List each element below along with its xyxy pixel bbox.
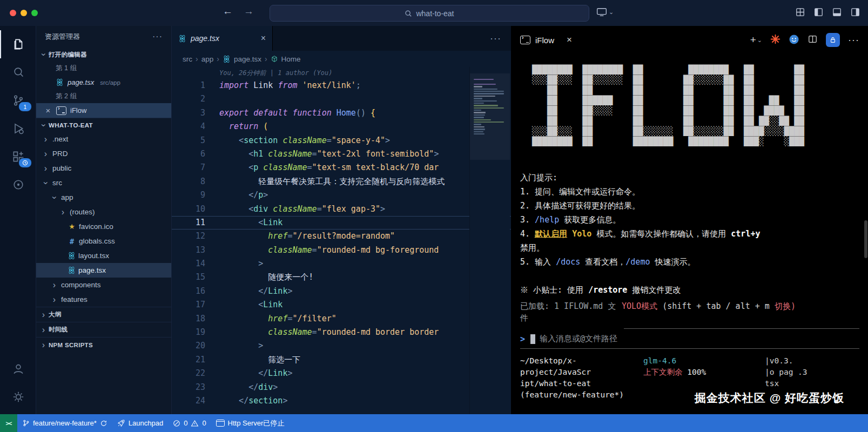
warnings-icon	[191, 420, 199, 427]
toggle-secondary-sidebar-icon[interactable]	[850, 7, 860, 17]
tip-line: 禁用。	[520, 241, 863, 255]
emoji-face-icon[interactable]	[789, 34, 799, 46]
code-lines: 1import Link from 'next/link';23export d…	[172, 79, 511, 408]
git-branch-item[interactable]: feature/new-feature*	[17, 414, 112, 432]
breadcrumb-home[interactable]: Home	[281, 55, 301, 63]
model-name: glm-4.6	[643, 355, 765, 367]
minimap[interactable]	[469, 67, 510, 414]
context-value: 100%	[687, 368, 706, 376]
toggle-panel-icon[interactable]	[832, 7, 842, 17]
tree-item-public[interactable]: ›public	[36, 161, 171, 176]
react-icon	[178, 35, 186, 43]
tree-item-app[interactable]: ›app	[36, 190, 171, 205]
remote-indicator[interactable]: ><	[0, 414, 17, 432]
code-line: 22 </Link>	[172, 367, 511, 380]
iflow-tab-label[interactable]: iFlow	[535, 36, 554, 45]
new-terminal-button[interactable]: +⌄	[750, 34, 762, 46]
chevron-right-icon: ›	[196, 55, 198, 63]
close-icon[interactable]: ×	[567, 35, 572, 45]
breadcrumb-app[interactable]: app	[201, 55, 214, 63]
launchpad-item[interactable]: Launchpad	[112, 414, 168, 432]
zoom-window-button[interactable]	[31, 10, 38, 16]
tree-item-prd[interactable]: ›PRD	[36, 146, 171, 161]
prompt-input[interactable]: > 输入消息或@文件路径	[520, 334, 863, 344]
workspace-header[interactable]: › WHAT-TO-EAT	[36, 118, 171, 132]
open-editor-page-tsx[interactable]: page.tsx src/app	[36, 75, 171, 90]
close-icon[interactable]: ×	[44, 106, 52, 115]
chevron-down-icon: ⌄	[609, 9, 614, 16]
breadcrumb-page-tsx[interactable]: page.tsx	[234, 55, 261, 63]
sync-icon[interactable]	[100, 420, 107, 427]
open-editors-header[interactable]: › 打开的编辑器	[36, 48, 171, 62]
code-line: 1import Link from 'next/link';	[172, 79, 511, 92]
tip-line	[520, 269, 863, 283]
favicon-icon: ★	[68, 222, 76, 231]
accounts-icon[interactable]	[0, 355, 36, 383]
server-window-icon	[216, 420, 225, 427]
iflow-logo-icon[interactable]	[770, 34, 780, 46]
status-bar: >< feature/new-feature* Launchpad 0 0 Ht…	[0, 414, 868, 432]
breadcrumb-src[interactable]: src	[183, 55, 192, 63]
scrollbar[interactable]	[864, 220, 867, 258]
tree-item-routes[interactable]: ›(routes)	[36, 205, 171, 219]
source-control-icon[interactable]: 1	[0, 86, 36, 114]
breadcrumb: src › app › page.tsx › Home	[172, 51, 511, 67]
explorer-sidebar: 资源管理器 ··· › 打开的编辑器 第 1 组 page.tsx src/ap…	[36, 26, 172, 414]
npm-scripts-section-header[interactable]: ›NPM SCRIPTS	[36, 337, 171, 352]
code-line: 6 <h1 className="text-2xl font-semibold"…	[172, 147, 511, 161]
forward-button[interactable]: →	[244, 5, 254, 17]
more-actions-icon[interactable]: ···	[848, 35, 859, 46]
command-center-search[interactable]: what-to-eat	[270, 5, 589, 22]
iflow-panel: iFlow × +⌄ ··· ████████ ████████ ██ ████…	[512, 26, 868, 414]
tree-item-components[interactable]: ›components	[36, 278, 171, 292]
split-editor-icon[interactable]	[808, 34, 818, 46]
tree-item-layout-tsx[interactable]: layout.tsx	[36, 248, 171, 263]
chevron-down-icon: ›	[39, 121, 49, 129]
more-actions-icon[interactable]: ···	[152, 32, 163, 42]
customize-layout-icon[interactable]	[795, 7, 805, 17]
tree-item-globals-css[interactable]: #globals.css	[36, 234, 171, 248]
gitlens-blame[interactable]: You, 26分钟前 | 1 author (You)	[172, 67, 511, 79]
code-line: 10 <div className="flex gap-3">	[172, 202, 511, 216]
panel-tips: 入门提示:1. 提问、编辑文件或运行命令。2. 具体描述可获得更好的结果。3. …	[520, 171, 863, 297]
back-button[interactable]: ←	[223, 5, 233, 17]
branch-icon	[22, 419, 30, 427]
extensions-icon[interactable]	[0, 143, 36, 171]
tree-item-features[interactable]: ›features	[36, 292, 171, 307]
code-line: 4 return (	[172, 120, 511, 133]
chevron-right-icon: ›	[265, 55, 267, 63]
screencast-icon[interactable]: ⌄	[596, 7, 614, 17]
iflow-terminal[interactable]: ████████ ████████ ██ ████████ ██ ██ ░░░█…	[512, 54, 868, 414]
timeline-section-header[interactable]: ›时间线	[36, 322, 171, 337]
iflow-extension-icon[interactable]	[0, 171, 36, 199]
search-view-icon[interactable]	[0, 58, 36, 86]
chevron-down-icon: ›	[50, 193, 59, 201]
explorer-icon[interactable]	[0, 30, 36, 58]
code-editor[interactable]: You, 26分钟前 | 1 author (You) 1import Link…	[172, 67, 511, 414]
outline-section-header[interactable]: ›大纲	[36, 307, 171, 322]
iflow-panel-header: iFlow × +⌄ ···	[512, 26, 868, 54]
divider	[520, 348, 859, 349]
editor-tabbar: page.tsx × ···	[172, 26, 511, 51]
run-debug-icon[interactable]	[0, 114, 36, 143]
chevron-right-icon: ›	[42, 134, 50, 144]
tree-item-next[interactable]: ›.next	[36, 132, 171, 146]
toggle-sidebar-icon[interactable]	[813, 7, 824, 17]
open-editor-iflow[interactable]: × iFlow	[36, 103, 171, 118]
problems-item[interactable]: 0 0	[168, 414, 211, 432]
chevron-right-icon: ›	[39, 310, 48, 320]
settings-gear-icon[interactable]	[0, 383, 36, 411]
tree-item-favicon[interactable]: ★favicon.ico	[36, 219, 171, 234]
close-window-button[interactable]	[10, 10, 16, 16]
minimize-window-button[interactable]	[21, 10, 27, 16]
lock-icon[interactable]	[826, 33, 840, 47]
context-label: 上下文剩余	[643, 368, 687, 376]
close-icon[interactable]: ×	[261, 33, 266, 43]
tree-item-page-tsx[interactable]: page.tsx	[36, 263, 171, 278]
watermark: 掘金技术社区 @ 好吃蛋炒饭	[695, 390, 844, 406]
more-actions-icon[interactable]: ···	[490, 33, 511, 44]
tab-page-tsx[interactable]: page.tsx ×	[172, 26, 273, 51]
tip-line: 5. 输入 /docs 查看文档，/demo 快速演示。	[520, 255, 863, 269]
http-server-item[interactable]: Http Server已停止	[211, 414, 290, 432]
tree-item-src[interactable]: ›src	[36, 176, 171, 190]
